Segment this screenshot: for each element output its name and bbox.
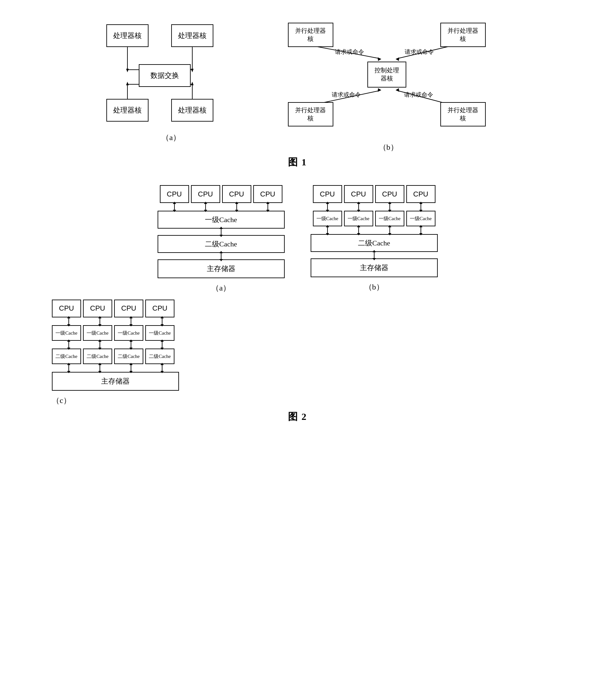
- fig2a-cpu1: CPU: [160, 185, 189, 203]
- fig2a-cpu4: CPU: [253, 185, 282, 203]
- fig2c-cpu3: CPU: [114, 299, 143, 317]
- fig2a-cpu-row: CPU CPU CPU CPU: [160, 185, 282, 203]
- fig1b-req-topleft: 请求或命令: [335, 48, 364, 56]
- fig2c-cpu1: CPU: [52, 299, 81, 317]
- fig2c-cpu2: CPU: [83, 299, 112, 317]
- fig2b-cpu-row: CPU CPU CPU CPU: [313, 185, 435, 203]
- page-container: 处理器核 处理器核 数据交换 处理器核 处理器核 （a）: [13, 10, 582, 430]
- fig2a-l1cache: 一级Cache: [158, 211, 285, 229]
- fig2c-l1cache1: 一级Cache: [52, 325, 81, 341]
- fig2c-l1cache2: 一级Cache: [83, 325, 112, 341]
- svg-marker-1: [126, 69, 129, 72]
- fig1-b: 并行处理器核 并行处理器核 请求或命令 请求或命令 控制处理器核: [275, 20, 502, 152]
- fig1-title: 图 1: [288, 156, 307, 169]
- fig2b-l1cache3: 一级Cache: [375, 211, 404, 226]
- fig2b-l1cache1: 一级Cache: [313, 211, 342, 226]
- fig1a-core-topleft: 处理器核: [106, 24, 148, 47]
- fig2c-l2cache1: 二级Cache: [52, 349, 81, 364]
- fig2c-l1cache4: 一级Cache: [145, 325, 174, 341]
- fig2b-arrows1: [311, 204, 438, 210]
- fig2-c: CPU CPU CPU CPU 一级Cache 一级Cache 一级Cache: [52, 299, 179, 406]
- svg-marker-22: [378, 88, 381, 92]
- fig2c-l2cache3: 二级Cache: [114, 349, 143, 364]
- fig2c-arrows2: [52, 342, 179, 348]
- fig1a-core-topright: 处理器核: [171, 24, 214, 47]
- fig2a-memory: 主存储器: [158, 259, 285, 278]
- fig2b-cpu3: CPU: [375, 185, 404, 203]
- fig1b-parallel-bottomleft: 并行处理器核: [288, 102, 333, 126]
- fig2b-caption: （b）: [365, 282, 384, 292]
- svg-marker-14: [191, 82, 194, 85]
- fig2b-l2cache: 二级Cache: [311, 234, 438, 252]
- fig2b-memory: 主存储器: [311, 258, 438, 277]
- fig2-title: 图 2: [288, 410, 307, 424]
- svg-marker-18: [378, 57, 381, 61]
- fig2b-l1cache-row: 一级Cache 一级Cache 一级Cache 一级Cache: [313, 211, 435, 226]
- fig1b-control: 控制处理器核: [367, 62, 406, 88]
- fig1b-caption: （b）: [379, 142, 398, 152]
- fig2b-l1cache4: 一级Cache: [406, 211, 435, 226]
- fig1a-core-bottomleft: 处理器核: [106, 99, 148, 122]
- fig2c-arrows3: [52, 365, 179, 371]
- fig1b-req-bottomright: 请求或命令: [404, 91, 433, 98]
- svg-marker-5: [191, 69, 194, 72]
- fig2c-caption: （c）: [52, 395, 71, 406]
- fig2b-cpu2: CPU: [344, 185, 373, 203]
- fig2c-l1cache3: 一级Cache: [114, 325, 143, 341]
- fig1b-parallel-topright: 并行处理器核: [440, 23, 486, 47]
- fig1b-req-topright: 请求或命令: [405, 48, 434, 56]
- fig2c-memory: 主存储器: [52, 372, 179, 391]
- fig2c-l1cache-row: 一级Cache 一级Cache 一级Cache 一级Cache: [52, 325, 174, 341]
- fig2b-cpu1: CPU: [313, 185, 342, 203]
- fig2a-cpu2: CPU: [191, 185, 220, 203]
- fig2-b: CPU CPU CPU CPU 一级Cache 一级Cache 一级Cache: [311, 185, 438, 293]
- figure2-outer: CPU CPU CPU CPU 一级Cache: [13, 179, 582, 430]
- fig2c-l2cache2: 二级Cache: [83, 349, 112, 364]
- svg-marker-10: [126, 82, 129, 85]
- fig1b-parallel-bottomright: 并行处理器核: [440, 102, 486, 126]
- figure1-container: 处理器核 处理器核 数据交换 处理器核 处理器核 （a）: [13, 20, 582, 152]
- fig1-a: 处理器核 处理器核 数据交换 处理器核 处理器核 （a）: [93, 20, 249, 143]
- fig2-row-ab: CPU CPU CPU CPU 一级Cache: [13, 185, 582, 293]
- fig2a-arrows1: [158, 204, 285, 210]
- fig2a-l2cache: 二级Cache: [158, 235, 285, 253]
- fig2a-arrow3: [158, 253, 285, 259]
- fig2b-arrows2: [311, 227, 438, 233]
- fig2c-cpu-row: CPU CPU CPU CPU: [52, 299, 174, 317]
- fig2c-cpu4: CPU: [145, 299, 174, 317]
- fig2b-arrow3: [311, 252, 438, 258]
- svg-marker-24: [396, 88, 399, 92]
- fig1a-caption: （a）: [162, 132, 180, 143]
- fig2a-arrow2: [158, 229, 285, 235]
- fig1a-exchange: 数据交换: [139, 64, 191, 87]
- fig1b-parallel-topleft: 并行处理器核: [288, 23, 333, 47]
- fig2b-l1cache2: 一级Cache: [344, 211, 373, 226]
- fig2a-caption: （a）: [211, 283, 230, 293]
- fig1b-req-bottomleft: 请求或命令: [332, 91, 361, 98]
- fig2-a: CPU CPU CPU CPU 一级Cache: [158, 185, 285, 293]
- fig2c-l2cache4: 二级Cache: [145, 349, 174, 364]
- fig2a-cpu3: CPU: [222, 185, 251, 203]
- fig2c-arrows1: [52, 318, 179, 325]
- fig2b-cpu4: CPU: [406, 185, 435, 203]
- fig1a-core-bottomright: 处理器核: [171, 99, 214, 122]
- fig2c-l2cache-row: 二级Cache 二级Cache 二级Cache 二级Cache: [52, 349, 174, 364]
- svg-marker-20: [396, 57, 399, 61]
